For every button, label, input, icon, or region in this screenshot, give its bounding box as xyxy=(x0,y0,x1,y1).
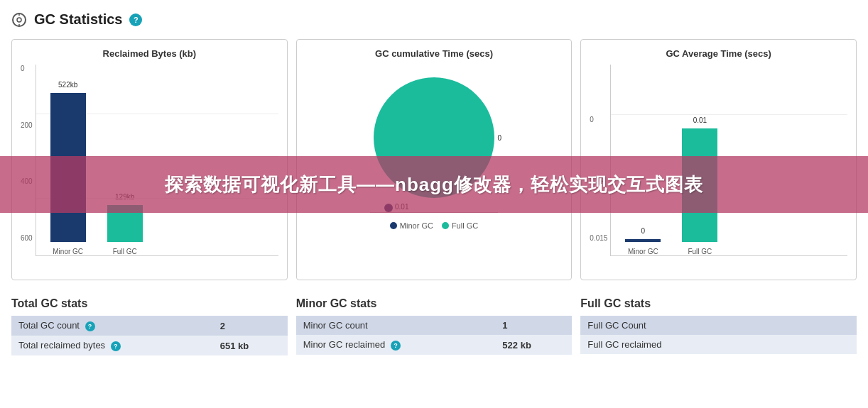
average-bar-area: 0.015 0.01 0 0 Minor GC 0.01 xyxy=(590,65,847,256)
avg-full-gc-group: 0.01 Full GC xyxy=(682,116,717,255)
full-gc-count-row: Full GC Count xyxy=(580,316,857,335)
bubble-label-01: 0.01 xyxy=(395,203,408,211)
reclaimed-bytes-chart: Reclaimed Bytes (kb) 600 400 200 0 522kb xyxy=(11,39,288,280)
y-label-400: 400 xyxy=(21,177,33,185)
avg-full-gc-bar xyxy=(682,128,717,242)
avg-minor-gc-value: 0 xyxy=(641,227,646,235)
total-reclaimed-row: Total reclaimed bytes ? 651 kb xyxy=(11,336,288,355)
minor-gc-table: Minor GC count 1 Minor GC reclaimed ? 52… xyxy=(296,316,573,355)
full-gc-reclaimed-value xyxy=(818,335,857,354)
average-time-title: GC Average Time (secs) xyxy=(590,48,847,59)
full-gc-value-label: 129kb xyxy=(115,193,134,201)
reclaimed-bar-grid: 600 400 200 0 522kb Minor GC xyxy=(21,65,278,256)
y-label-600: 600 xyxy=(21,234,33,242)
full-gc-count-label: Full GC Count xyxy=(580,316,818,335)
full-gc-stats-title: Full GC stats xyxy=(580,297,857,310)
full-gc-reclaimed-row: Full GC reclaimed xyxy=(580,335,857,354)
total-reclaimed-info[interactable]: ? xyxy=(111,341,121,351)
charts-row: Reclaimed Bytes (kb) 600 400 200 0 522kb xyxy=(11,39,857,280)
average-bars: 0 Minor GC 0.01 Full GC xyxy=(610,65,847,256)
minor-gc-value-label: 522kb xyxy=(58,81,77,89)
full-gc-reclaimed-label: Full GC reclaimed xyxy=(580,335,818,354)
page-title: GC Statistics xyxy=(34,11,122,28)
avg-minor-gc-bar xyxy=(625,239,661,242)
gridline-001 xyxy=(611,157,847,158)
full-gc-bar xyxy=(107,205,143,242)
minor-gc-reclaimed-label: Minor GC reclaimed ? xyxy=(296,335,496,355)
total-gc-stats-title: Total GC stats xyxy=(11,297,288,310)
y-label-001: 0.01 xyxy=(590,175,607,183)
reclaimed-y-axis: 600 400 200 0 xyxy=(21,65,33,256)
total-gc-count-row: Total GC count ? 2 xyxy=(11,316,288,336)
cumulative-time-title: GC cumulative Time (secs) xyxy=(305,48,563,59)
bubble-area: 0.01 0 Minor GC Full GC xyxy=(305,65,563,242)
bubble-label-0: 0 xyxy=(497,134,501,142)
gridline-0015 xyxy=(611,114,847,115)
full-gc-x-label: Full GC xyxy=(113,248,137,255)
avg-minor-gc-group: 0 Minor GC xyxy=(625,227,661,255)
minor-gc-count-row: Minor GC count 1 xyxy=(296,316,573,335)
total-gc-stats-card: Total GC stats Total GC count ? 2 Total … xyxy=(11,297,288,355)
total-gc-count-label: Total GC count ? xyxy=(11,316,213,336)
minor-gc-stats-card: Minor GC stats Minor GC count 1 Minor GC… xyxy=(296,297,573,355)
gc-stats-icon xyxy=(11,12,27,28)
minor-gc-bar-group: 522kb Minor GC xyxy=(50,81,86,255)
average-time-chart: GC Average Time (secs) 0.015 0.01 0 0 Mi… xyxy=(580,39,857,280)
y-label-0: 0 xyxy=(590,116,607,123)
total-reclaimed-value: 651 kb xyxy=(213,336,288,355)
minor-gc-reclaimed-info[interactable]: ? xyxy=(391,341,401,351)
stats-row: Total GC stats Total GC count ? 2 Total … xyxy=(11,297,857,355)
avg-minor-gc-x-label: Minor GC xyxy=(628,248,658,255)
minor-gc-count-value: 1 xyxy=(495,316,572,335)
minor-gc-reclaimed-value: 522 kb xyxy=(495,335,572,355)
minor-gc-bubble xyxy=(384,204,393,212)
total-gc-count-value: 2 xyxy=(213,316,288,336)
average-bar-grid: 0.015 0.01 0 0 Minor GC 0.01 xyxy=(590,65,847,256)
reclaimed-bars: 522kb Minor GC 129kb Full GC xyxy=(36,65,278,256)
total-reclaimed-label: Total reclaimed bytes ? xyxy=(11,336,213,355)
help-icon[interactable]: ? xyxy=(129,13,142,26)
full-gc-count-value xyxy=(818,316,857,335)
total-gc-count-info[interactable]: ? xyxy=(85,321,95,331)
cumulative-time-chart: GC cumulative Time (secs) 0.01 0 Minor G… xyxy=(296,39,573,280)
full-gc-stats-card: Full GC stats Full GC Count Full GC recl… xyxy=(580,297,857,355)
full-gc-table: Full GC Count Full GC reclaimed xyxy=(580,316,857,354)
total-gc-table: Total GC count ? 2 Total reclaimed bytes… xyxy=(11,316,288,355)
page-header: GC Statistics ? xyxy=(11,11,857,28)
y-label-200: 200 xyxy=(21,121,33,129)
minor-gc-count-label: Minor GC count xyxy=(296,316,496,335)
full-gc-bubble xyxy=(374,77,494,198)
minor-gc-stats-title: Minor GC stats xyxy=(296,297,573,310)
full-gc-bar-group: 129kb Full GC xyxy=(107,193,143,255)
y-label-0015: 0.015 xyxy=(590,234,607,242)
avg-full-gc-value: 0.01 xyxy=(693,116,707,124)
minor-gc-bar xyxy=(50,93,86,242)
reclaimed-bytes-area: 600 400 200 0 522kb Minor GC xyxy=(21,65,278,256)
minor-gc-reclaimed-row: Minor GC reclaimed ? 522 kb xyxy=(296,335,573,355)
y-label-0: 0 xyxy=(21,65,33,72)
reclaimed-bytes-title: Reclaimed Bytes (kb) xyxy=(21,48,278,59)
svg-point-1 xyxy=(17,18,21,22)
average-y-axis: 0.015 0.01 0 xyxy=(590,65,607,256)
bubble-container: 0.01 0 xyxy=(363,77,505,226)
minor-gc-x-label: Minor GC xyxy=(53,248,83,255)
avg-full-gc-x-label: Full GC xyxy=(688,248,712,255)
